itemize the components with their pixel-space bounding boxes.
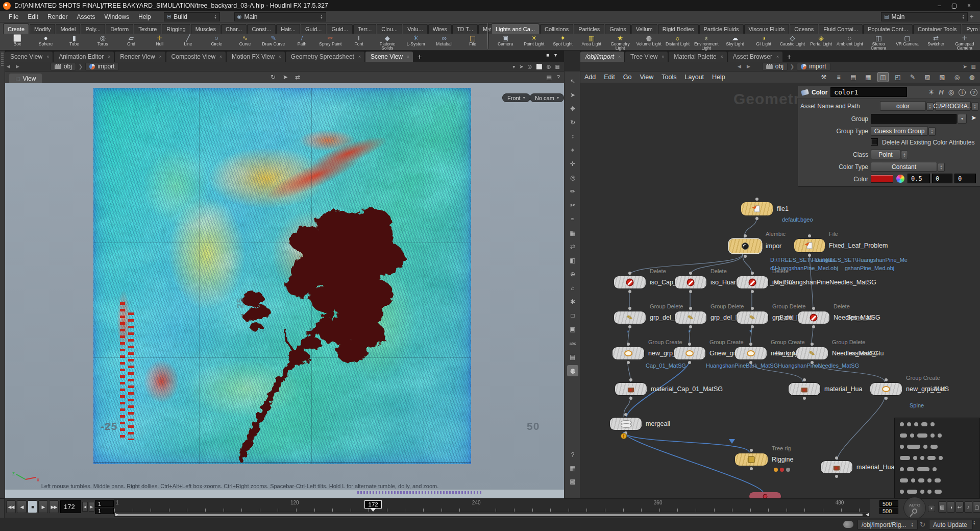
viewport-nav-icon-1[interactable]: ➤ bbox=[283, 74, 288, 81]
shelf-tab-right-6[interactable]: Particle Fluids bbox=[699, 24, 744, 34]
tab-close-icon[interactable]: × bbox=[407, 54, 409, 59]
viewport-bottom-scrollbar[interactable] bbox=[5, 489, 564, 498]
viewport-tool-icon-6[interactable]: ✛ bbox=[567, 158, 578, 170]
shelf-tab-left-4[interactable]: Deform bbox=[106, 24, 133, 34]
net-path-forward-button[interactable]: ▶ bbox=[745, 64, 752, 69]
network-menu-help[interactable]: Help bbox=[708, 73, 729, 82]
pane-tab-material-palette[interactable]: Material Palette× bbox=[669, 52, 726, 62]
shape-swatch[interactable] bbox=[907, 490, 917, 494]
shelf-tab-right-1[interactable]: Collisions bbox=[540, 24, 573, 34]
tool-torus[interactable]: ◎Torus bbox=[88, 34, 117, 46]
play-button[interactable]: ▶ bbox=[38, 500, 48, 513]
viewport-nav-icon-2[interactable]: ⇄ bbox=[295, 74, 300, 81]
shelf-tab-left-13[interactable]: Terr... bbox=[353, 24, 377, 34]
shape-swatch[interactable] bbox=[930, 422, 935, 426]
path-forward-button[interactable]: ▶ bbox=[14, 64, 21, 69]
node-new-grp-bark[interactable] bbox=[735, 347, 767, 359]
shape-swatch[interactable] bbox=[917, 467, 929, 471]
undo-history-button[interactable]: ↩ bbox=[955, 501, 964, 513]
viewport-tool-icon-21[interactable]: ◍ bbox=[567, 365, 578, 376]
tool-sphere[interactable]: ●Sphere bbox=[32, 34, 60, 46]
color-g-field[interactable]: 0 bbox=[932, 174, 952, 183]
shelf-tab-left-14[interactable]: Clou... bbox=[377, 24, 402, 34]
viewport-tool-icon-18[interactable]: ▣ bbox=[567, 324, 578, 335]
net-path-import-chip[interactable]: import bbox=[797, 63, 830, 70]
network-customize-icon[interactable]: ⚒ bbox=[819, 73, 829, 82]
radar-icon[interactable]: ◎ bbox=[528, 64, 532, 69]
node-grp-del-huang[interactable]: ✎ bbox=[675, 311, 706, 324]
path-import-chip[interactable]: import bbox=[85, 63, 118, 70]
playback-range-slider[interactable] bbox=[114, 513, 870, 517]
shape-swatch[interactable] bbox=[910, 433, 914, 438]
color-wheel-icon[interactable] bbox=[896, 175, 904, 183]
menu-help[interactable]: Help bbox=[134, 12, 156, 21]
playhead[interactable]: 172 bbox=[364, 500, 382, 509]
pane-tab-composite-view[interactable]: Composite View× bbox=[166, 52, 226, 62]
playback-end-field[interactable]: 500 bbox=[879, 508, 898, 514]
viewport-tool-bottom-icon-2[interactable]: ▩ bbox=[567, 476, 578, 487]
node-del-needles[interactable] bbox=[798, 311, 829, 324]
viewport-tool-icon-11[interactable]: ▦ bbox=[567, 227, 578, 238]
shape-swatch[interactable] bbox=[935, 478, 941, 482]
node-pink-partial[interactable] bbox=[749, 492, 781, 498]
node-new-grp-spine[interactable] bbox=[870, 383, 902, 395]
color-swatch[interactable] bbox=[871, 175, 893, 183]
shelf-tab-left-1[interactable]: Modify bbox=[30, 24, 55, 34]
node-file1[interactable] bbox=[741, 202, 773, 215]
shelf-tab-right-4[interactable]: Vellum bbox=[631, 24, 657, 34]
shelf-tab-right-12[interactable]: Pyro FX bbox=[962, 24, 980, 34]
viewport-tool-icon-0[interactable]: ↖ bbox=[567, 76, 578, 87]
node-new-grp-huang[interactable] bbox=[674, 347, 705, 359]
pane-tab-new-tab-button[interactable]: + bbox=[414, 52, 425, 62]
delete-existing-checkbox[interactable] bbox=[871, 138, 878, 146]
view-direction-button[interactable]: Front▾ bbox=[502, 93, 530, 102]
timeline-ruler[interactable]: 1120240360480172 bbox=[114, 499, 870, 512]
pane-maximize-icon[interactable]: ■ bbox=[546, 52, 549, 58]
net-panel-icon[interactable]: ▥ bbox=[971, 64, 976, 69]
viewport-tool-icon-16[interactable]: ✱ bbox=[567, 296, 578, 307]
network-find-icon[interactable]: ◎ bbox=[952, 73, 962, 82]
viewport-tool-icon-14[interactable]: ⊕ bbox=[567, 269, 578, 280]
tab-close-icon[interactable]: × bbox=[46, 54, 49, 59]
viewport-tool-icon-5[interactable]: ⌖ bbox=[567, 144, 578, 156]
network-snapshot-icon[interactable]: ◰ bbox=[893, 73, 903, 82]
step-back-button[interactable]: ◀ bbox=[82, 502, 88, 512]
tool-portal-light[interactable]: ◈Portal Light bbox=[807, 34, 836, 46]
viewport-menu-icon-0[interactable]: ▤ bbox=[546, 74, 551, 81]
shelf-tab-left-7[interactable]: Muscles bbox=[191, 24, 220, 34]
tool-line[interactable]: ╱Line bbox=[174, 34, 203, 46]
maximize-button[interactable]: ▢ bbox=[951, 2, 957, 9]
viewport-tool-icon-17[interactable]: □ bbox=[567, 310, 578, 321]
tool-ambient-light[interactable]: ◌Ambient Light bbox=[836, 34, 864, 46]
shelf-tab-left-10[interactable]: Hair... bbox=[276, 24, 300, 34]
viewport-tool-icon-20[interactable]: ▤ bbox=[567, 351, 578, 363]
pane-tab-asset-browser[interactable]: Asset Browser× bbox=[728, 52, 782, 62]
viewport-tool-icon-13[interactable]: ◧ bbox=[567, 255, 578, 266]
tool-distant-light[interactable]: ☼Distant Light bbox=[663, 34, 692, 46]
shape-swatch[interactable] bbox=[923, 445, 927, 449]
viewport-tool-icon-10[interactable]: ≈ bbox=[567, 213, 578, 225]
viewport-menu-icon-1[interactable]: ? bbox=[557, 74, 560, 81]
path-obj-chip[interactable]: obj bbox=[51, 63, 76, 70]
playback-start-field[interactable]: 1 bbox=[95, 508, 114, 514]
shelf-tab-left-5[interactable]: Texture bbox=[134, 24, 161, 34]
tab-close-icon[interactable]: × bbox=[721, 54, 723, 59]
network-note-icon[interactable]: ✎ bbox=[908, 73, 918, 82]
shelf-tab-left-12[interactable]: Guid... bbox=[327, 24, 352, 34]
menu-assets[interactable]: Assets bbox=[72, 12, 100, 21]
pane-menu-chevron-icon[interactable]: ▾ bbox=[554, 52, 557, 58]
tab-close-icon[interactable]: × bbox=[358, 54, 361, 59]
tool-file[interactable]: ▤File bbox=[458, 34, 487, 46]
tool-sky-light[interactable]: ☁Sky Light bbox=[721, 34, 749, 46]
search-icon[interactable]: ◎ bbox=[948, 88, 954, 96]
tool-circle[interactable]: ○Circle bbox=[202, 34, 231, 46]
tab-close-icon[interactable]: × bbox=[279, 54, 281, 59]
shape-swatch[interactable] bbox=[907, 422, 911, 426]
shelf-tab-left-8[interactable]: Char... bbox=[221, 24, 247, 34]
recook-icon[interactable]: ↻ bbox=[920, 521, 925, 528]
shape-swatch[interactable] bbox=[917, 433, 927, 438]
jump-to-end-button[interactable]: ▶▶ bbox=[49, 500, 59, 513]
viewport-tool-bottom-icon-1[interactable]: ▦ bbox=[567, 463, 578, 474]
shape-swatch[interactable] bbox=[927, 478, 932, 482]
node-iso-needles[interactable] bbox=[737, 276, 768, 288]
